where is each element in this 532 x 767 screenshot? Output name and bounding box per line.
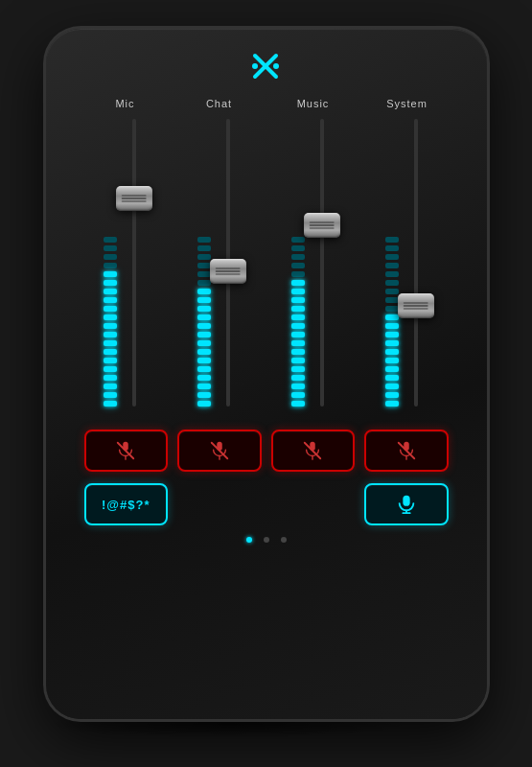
vu-bar [197, 306, 211, 312]
vu-bar [104, 340, 117, 346]
channel-system: System [385, 98, 429, 407]
vu-bar [197, 280, 211, 286]
fader-knob-chat[interactable] [210, 259, 246, 284]
fader-knob-mic[interactable] [116, 186, 152, 211]
vu-bar [197, 366, 211, 372]
mute-icon [302, 440, 323, 461]
mute-icon [396, 440, 417, 461]
mic-monitor-button[interactable] [364, 483, 449, 525]
vu-bar [197, 271, 211, 277]
device-container: Mic Chat Mus [46, 29, 487, 738]
vu-bar [104, 306, 117, 312]
vu-bar [104, 271, 117, 277]
vu-bar [104, 323, 117, 329]
svg-rect-16 [403, 496, 409, 506]
mic-icon [396, 494, 417, 515]
fader-knob-system[interactable] [398, 293, 434, 318]
mute-icon [209, 440, 230, 461]
vu-bar [385, 306, 399, 312]
vu-bar [197, 263, 211, 268]
vu-meter-music [291, 119, 305, 407]
vu-bar [385, 366, 399, 372]
mute-icon [115, 440, 136, 461]
fader-track-music[interactable] [309, 119, 335, 407]
vu-bar [291, 349, 305, 355]
indicator-dot-1 [264, 537, 269, 543]
fader-track-chat[interactable] [215, 119, 242, 407]
music-mute-button[interactable] [271, 430, 356, 472]
vu-bar [197, 237, 211, 243]
vu-bar [385, 254, 399, 260]
vu-bar [385, 384, 399, 389]
channel-label-music: Music [297, 98, 330, 109]
vu-bar [197, 340, 211, 346]
vu-bar [104, 289, 117, 294]
vu-bar [104, 297, 117, 303]
vu-bar [385, 349, 399, 355]
vu-bar [291, 271, 305, 277]
vu-bar [291, 245, 305, 251]
indicator-dot-2 [281, 537, 287, 543]
vu-bar [291, 263, 305, 268]
logo-x-icon [251, 52, 280, 81]
vu-bar [104, 263, 117, 268]
vu-bar [385, 392, 399, 398]
vu-bar [385, 375, 399, 381]
vu-bar [385, 401, 399, 407]
vu-meter-mic [104, 119, 117, 407]
vu-bar [385, 237, 399, 243]
vu-bar [104, 384, 117, 389]
vu-bar [291, 314, 305, 320]
chat-mute-button[interactable] [177, 430, 262, 472]
vu-bar [104, 237, 117, 243]
vu-bar [197, 297, 211, 303]
vu-bar [197, 323, 211, 329]
mic-mute-button[interactable] [84, 430, 169, 472]
vu-bar [291, 332, 305, 337]
channel-chat: Chat [197, 98, 242, 407]
vu-bar [197, 375, 211, 381]
vu-bar [197, 245, 211, 251]
channel-label-system: System [386, 98, 428, 109]
vu-bar [197, 401, 211, 407]
system-mute-button[interactable] [364, 430, 449, 472]
vu-bar [385, 245, 399, 251]
fader-with-meter-music [291, 119, 335, 407]
vu-bar [291, 237, 305, 243]
vu-bar [385, 332, 399, 337]
fader-track-system[interactable] [403, 119, 429, 407]
vu-bar [291, 280, 305, 286]
vu-bar [197, 314, 211, 320]
vu-bar [291, 392, 305, 398]
channel-label-mic: Mic [115, 98, 134, 109]
fader-track-mic[interactable] [121, 119, 148, 407]
vu-meter-chat [197, 119, 211, 407]
vu-bar [197, 289, 211, 294]
mute-row [69, 430, 464, 472]
func-row: !@#$?* [69, 483, 464, 525]
vu-bar [197, 254, 211, 260]
vu-bar [197, 358, 211, 363]
channel-music: Music [291, 98, 335, 407]
fader-knob-music[interactable] [304, 213, 340, 238]
faders-section: Mic Chat Mus [69, 98, 464, 407]
censor-button[interactable]: !@#$?* [84, 483, 169, 525]
vu-bar [385, 314, 399, 320]
vu-bar [291, 297, 305, 303]
vu-bar [104, 280, 117, 286]
vu-bar [197, 332, 211, 337]
vu-bar [291, 323, 305, 329]
vu-bar [291, 254, 305, 260]
vu-bar [291, 375, 305, 381]
vu-bar [104, 254, 117, 260]
vu-bar [104, 401, 117, 407]
vu-bar [385, 340, 399, 346]
vu-bar [385, 289, 399, 294]
vu-bar [291, 306, 305, 312]
vu-bar [291, 366, 305, 372]
vu-bar [385, 323, 399, 329]
vu-bar [104, 245, 117, 251]
svg-point-2 [252, 63, 258, 69]
logo-area [251, 52, 282, 81]
func-btn-label: !@#$?* [102, 498, 150, 512]
